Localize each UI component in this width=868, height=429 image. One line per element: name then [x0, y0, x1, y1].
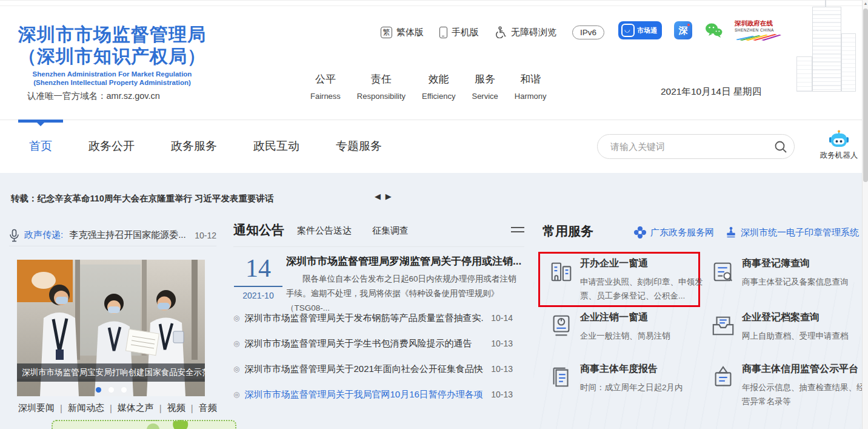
document-search-icon	[710, 259, 736, 285]
link-media-voice[interactable]: 媒体之声	[118, 402, 154, 414]
service-card-annual-report[interactable]: 商事主体年度报告 时间：成立周年之日起2月内	[549, 363, 700, 394]
shenzhen-china-logo[interactable]: 深圳政府在线 SHENZHEN CHINA	[735, 20, 782, 41]
nav-item-home[interactable]: 首页	[29, 138, 52, 154]
value-fairness: 公平 Fairness	[310, 72, 341, 101]
ticker-prev-button[interactable]: ◀	[375, 192, 382, 201]
carousel-caption[interactable]: 深圳市市场监管局宝安局打响创建国家食品安全示范...	[17, 363, 205, 382]
link-video[interactable]: 视频	[167, 402, 185, 414]
building-sketch-right	[841, 33, 856, 92]
services-header: 常用服务 广东政务服务网	[542, 221, 859, 243]
carousel-dot-1[interactable]	[96, 387, 101, 393]
mobile-label: 手机版	[452, 27, 479, 38]
active-tab-indicator	[18, 120, 63, 123]
service-card-registry-query[interactable]: 商事登记簿查询 商事主体登记及备案信息查询	[710, 257, 862, 289]
wheelchair-icon	[495, 26, 507, 38]
green-banner-partial[interactable]	[52, 420, 236, 429]
nav-item-gov-disclosure[interactable]: 政务公开	[88, 138, 135, 154]
official-domain-note: 认准唯一官方域名：amr.sz.gov.cn	[27, 90, 160, 102]
voice-news-row[interactable]: 政声传递: 李克强主持召开国家能源委... 10-12	[9, 225, 216, 246]
voice-news-title[interactable]: 李克强主持召开国家能源委...	[69, 229, 191, 241]
featured-month: 2021-10	[233, 291, 283, 300]
tab-solicitation-survey[interactable]: 征集调查	[372, 225, 409, 237]
page-scrollbar[interactable]: ▲	[862, 0, 868, 429]
gov-robot-label: 政务机器人	[820, 150, 858, 161]
pinwheel-icon	[633, 226, 647, 239]
core-values: 公平 Fairness 责任 Responsibility 效能 Efficie…	[310, 72, 547, 101]
news-category-links: 深圳要闻| 新闻动态| 媒体之声| 视频| 音频	[18, 402, 217, 414]
hanging-board-icon	[710, 365, 736, 390]
notices-title: 通知公告	[233, 221, 284, 238]
eseal-system-link[interactable]: 深圳市统一电子印章管理系统	[725, 226, 859, 238]
featured-notice-title[interactable]: 深圳市市场监督管理局罗湖监管局关于停用或注销...	[286, 254, 524, 268]
guangdong-services-link[interactable]: 广东政务服务网	[633, 226, 714, 239]
nav-items: 首页 政务公开 政务服务 政民互动 专题服务	[29, 138, 382, 154]
logo-title-en-1: Shenzhen Administration For Market Regul…	[15, 70, 209, 78]
shichangtong-app-icon[interactable]: 市场通	[618, 21, 662, 39]
voice-news-date: 10-12	[195, 231, 216, 240]
sz-logo-en: SHENZHEN CHINA	[735, 27, 774, 33]
carousel-dots	[17, 387, 205, 393]
site-logo[interactable]: 深圳市市场监督管理局 （深圳市知识产权局） Shenzhen Administr…	[15, 24, 209, 87]
voice-news-label[interactable]: 政声传递:	[24, 229, 63, 241]
notice-row[interactable]: ◎ 深圳市市场监督管理局关于发布钢筋等产品质量监督抽查实... 10-14	[233, 305, 513, 331]
value-service: 服务 Service	[472, 72, 498, 101]
notice-row[interactable]: ◎ 深圳市市场监督管理局关于我局官网10月16日暂停办理各项... 10-13	[233, 382, 513, 407]
scrollbar-thumb[interactable]	[863, 8, 868, 182]
logo-title-zh-1: 深圳市市场监督管理局	[15, 24, 209, 46]
search-input[interactable]	[598, 141, 767, 152]
microphone-icon	[9, 229, 19, 242]
value-responsibility: 责任 Responsibility	[357, 72, 406, 101]
link-audio[interactable]: 音频	[199, 402, 217, 414]
bullet-icon: ◎	[233, 339, 239, 348]
building-sketch	[812, 7, 841, 92]
traditional-label: 繁体版	[396, 27, 424, 38]
traditional-version-link[interactable]: 繁 繁体版	[381, 27, 424, 38]
tab-case-announcements[interactable]: 案件公告送达	[297, 225, 352, 237]
featured-date-divider	[234, 286, 282, 287]
ticker-next-button[interactable]: ▶	[386, 192, 393, 201]
notice-row[interactable]: ◎ 深圳市市场监督管理局关于学生书包消费风险提示的通告 10-13	[233, 331, 513, 356]
carousel-dot-3[interactable]	[121, 387, 127, 393]
sz-logo-zh: 深圳政府在线	[735, 20, 773, 27]
logo-title-zh-2: （深圳市知识产权局）	[15, 46, 209, 67]
robot-icon	[827, 130, 851, 149]
report-pages-icon	[549, 365, 574, 390]
ipv6-badge[interactable]: IPv6	[572, 25, 604, 39]
power-doc-icon	[549, 313, 574, 339]
scrollbar-up-arrow[interactable]: ▲	[863, 1, 868, 5]
featured-notice[interactable]: 14 2021-10 深圳市市场监督管理局罗湖监管局关于停用或注销... 限各单…	[233, 254, 524, 309]
link-shenzhen-news[interactable]: 深圳要闻	[18, 402, 55, 414]
nav-item-gov-services[interactable]: 政务服务	[171, 138, 217, 154]
wechat-icon[interactable]	[704, 22, 723, 38]
service-card-archive-query[interactable]: 企业登记档案查询 网上自助查档、受理申请查档	[710, 311, 862, 343]
app-links-bar: 市场通 深 深圳政府在线 SHENZHEN CHINA	[618, 20, 782, 41]
service-card-open-business[interactable]: 开办企业一窗通 申请营业执照、刻制印章、申领发票、员工参保登记、公积金...	[549, 257, 700, 303]
search-icon[interactable]	[767, 140, 794, 154]
main-nav: 首页 政务公开 政务服务 政民互动 专题服务	[0, 120, 868, 173]
accessibility-link[interactable]: 无障碍浏览	[495, 26, 556, 38]
mobile-version-link[interactable]: 手机版	[439, 27, 479, 38]
notices-header: 通知公告 案件公告送达 征集调查	[233, 221, 524, 247]
shen-i-nin-app-icon[interactable]: 深	[674, 21, 692, 39]
content-area: 转载：纪念辛亥革命110周年大会在京隆重举行 习近平发表重要讲话 ◀ ▶ 政声传…	[0, 173, 868, 429]
gov-robot-button[interactable]: 政务机器人	[820, 130, 858, 161]
archive-tray-icon	[710, 313, 736, 339]
services-title: 常用服务	[542, 223, 593, 240]
notice-row[interactable]: ◎ 深圳市市场监督管理局关于2021年面向社会公开征集食品快... 10-13	[233, 356, 513, 382]
buildings-icon	[549, 259, 574, 285]
news-ticker[interactable]: 转载：纪念辛亥革命110周年大会在京隆重举行 习近平发表重要讲话	[11, 193, 273, 204]
bullet-icon: ◎	[233, 314, 239, 322]
more-icon[interactable]	[511, 226, 524, 234]
building-sketch-left	[796, 56, 812, 92]
link-news-updates[interactable]: 新闻动态	[68, 402, 104, 414]
shichangtong-label: 市场通	[637, 26, 657, 35]
nav-item-interaction[interactable]: 政民互动	[253, 138, 299, 154]
accessibility-label: 无障碍浏览	[511, 27, 556, 38]
notice-list: ◎ 深圳市市场监督管理局关于发布钢筋等产品质量监督抽查实... 10-14 ◎ …	[233, 305, 513, 407]
photo-carousel[interactable]: 深圳市市场监管局宝安局打响创建国家食品安全示范...	[17, 260, 205, 396]
service-card-deregistration[interactable]: 企业注销一窗通 企业一般注销、简易注销	[549, 311, 700, 343]
nav-item-special-services[interactable]: 专题服务	[336, 138, 382, 154]
carousel-dot-2[interactable]	[109, 387, 114, 393]
service-card-credit-platform[interactable]: 商事主体信用监管公示平台 年报公示信息、抽查检查结果、经营异常名录等	[710, 363, 862, 408]
featured-date: 14 2021-10	[233, 254, 283, 300]
